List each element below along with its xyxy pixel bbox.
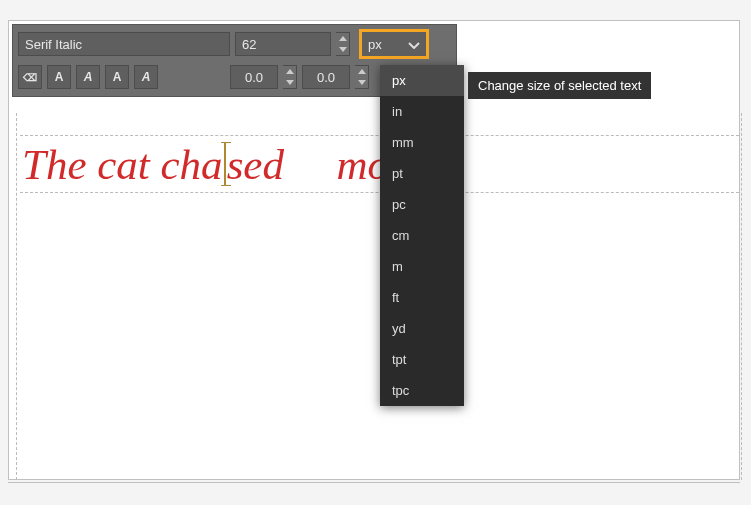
style-normal-button[interactable]: A [47,65,71,89]
unit-option-tpt[interactable]: tpt [380,344,464,375]
delete-icon: ⌫ [23,72,37,83]
unit-option-mm[interactable]: mm [380,127,464,158]
svg-marker-5 [358,80,366,85]
style-bold-italic-button[interactable]: A [134,65,158,89]
unit-select[interactable]: px [359,29,429,59]
guide-vertical-right [741,113,742,480]
letter-spacing-down-icon[interactable] [283,77,296,88]
unit-option-pt[interactable]: pt [380,158,464,189]
text-segment-before: The cat cha [22,140,223,189]
font-size-up-icon[interactable] [336,33,349,44]
style-italic-button[interactable]: A [105,65,129,89]
word-spacing-input[interactable]: 0.0 [302,65,350,89]
unit-option-pc[interactable]: pc [380,189,464,220]
unit-option-tpc[interactable]: tpc [380,375,464,406]
guide-vertical-left [16,113,17,480]
tooltip: Change size of selected text [468,72,651,99]
font-family-select[interactable]: Serif Italic [18,32,230,56]
svg-marker-4 [358,69,366,74]
text-cursor-icon [224,142,226,186]
unit-option-cm[interactable]: cm [380,220,464,251]
toolbar-row-1: Serif Italic 62 px [18,30,451,58]
unit-option-ft[interactable]: ft [380,282,464,313]
svg-marker-2 [286,69,294,74]
style-bold-button[interactable]: A [76,65,100,89]
unit-select-label: px [368,37,382,52]
svg-marker-0 [339,36,347,41]
unit-option-in[interactable]: in [380,96,464,127]
letter-spacing-up-icon[interactable] [283,66,296,77]
letter-spacing-spinner[interactable] [283,65,297,89]
unit-option-px[interactable]: px [380,65,464,96]
font-size-spinner[interactable] [336,32,350,56]
word-spacing-down-icon[interactable] [355,77,368,88]
unit-option-m[interactable]: m [380,251,464,282]
letter-spacing-input[interactable]: 0.0 [230,65,278,89]
chevron-down-icon [408,37,420,52]
unit-dropdown[interactable]: pxinmmptpccmmftydtpttpc [380,65,464,406]
svg-marker-3 [286,80,294,85]
unit-option-yd[interactable]: yd [380,313,464,344]
clear-style-button[interactable]: ⌫ [18,65,42,89]
svg-marker-1 [339,47,347,52]
word-spacing-spinner[interactable] [355,65,369,89]
text-segment-mid: sed [227,140,284,189]
font-size-down-icon[interactable] [336,44,349,55]
guide-horizontal-bottom [8,482,740,483]
font-size-input[interactable]: 62 [235,32,331,56]
word-spacing-up-icon[interactable] [355,66,368,77]
